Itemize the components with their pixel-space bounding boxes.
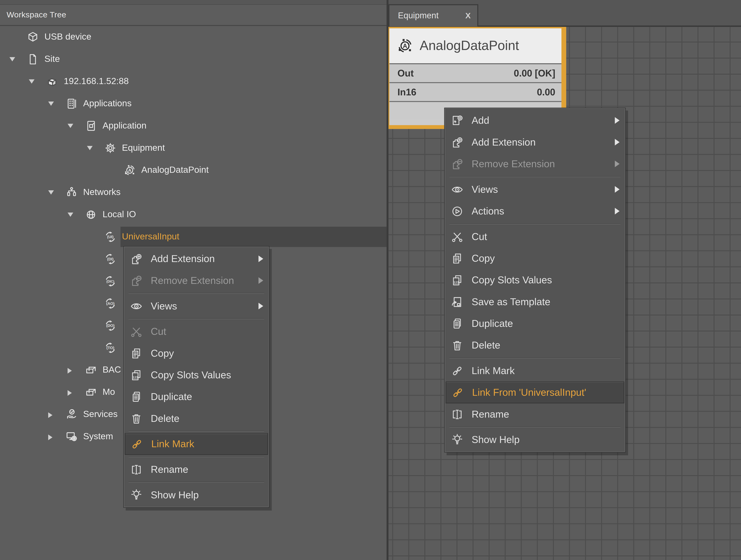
tree-item-applications[interactable]: Applications xyxy=(0,93,387,115)
menu-separator xyxy=(129,431,264,432)
menu-item-link-from-universalinput[interactable]: Link From 'UniversalInput' xyxy=(446,382,624,403)
menu-item-link-mark[interactable]: Link Mark xyxy=(445,360,625,382)
collapse-arrow-icon[interactable] xyxy=(9,57,15,62)
expand-arrow-icon[interactable] xyxy=(68,390,72,396)
menu-item-copy[interactable]: Copy xyxy=(124,342,269,364)
menu-separator xyxy=(129,318,264,319)
menu-separator xyxy=(129,482,264,483)
menu-item-show-help[interactable]: Show Help xyxy=(124,484,269,506)
tree-item-application[interactable]: Application xyxy=(0,115,387,137)
tree-context-menu: Add ExtensionRemove ExtensionViewsCutCop… xyxy=(123,246,269,508)
collapse-arrow-icon[interactable] xyxy=(68,213,73,217)
tab-strip: Equipment X xyxy=(388,0,741,27)
tree-item-equipment[interactable]: Equipment xyxy=(0,137,387,159)
menu-item-remove-extension[interactable]: Remove Extension xyxy=(124,270,269,291)
canvas-context-menu: AddAdd ExtensionRemove ExtensionViewsAct… xyxy=(444,107,625,453)
bulb-icon xyxy=(130,488,143,501)
menu-item-label: Add Extension xyxy=(472,137,536,148)
menu-item-label: Copy Slots Values xyxy=(151,369,231,381)
menu-item-add-extension[interactable]: Add Extension xyxy=(124,248,269,270)
rename-icon xyxy=(451,408,464,420)
svg-text:(UI): (UI) xyxy=(107,235,114,239)
system-icon xyxy=(65,430,78,443)
menu-item-duplicate[interactable]: Duplicate xyxy=(124,386,269,408)
expand-arrow-icon[interactable] xyxy=(68,368,72,374)
menu-item-label: Show Help xyxy=(151,489,199,500)
tree-item-local-io[interactable]: Local IO xyxy=(0,204,387,226)
tab-equipment[interactable]: Equipment X xyxy=(388,4,478,26)
menu-item-views[interactable]: Views xyxy=(124,295,269,317)
expand-arrow-icon[interactable] xyxy=(48,434,53,440)
svg-text:A: A xyxy=(403,43,407,49)
submenu-arrow-icon xyxy=(615,139,620,146)
menu-item-cut[interactable]: Cut xyxy=(124,321,269,342)
tree-item-label: System xyxy=(83,431,113,442)
document-icon xyxy=(26,53,39,66)
duplicate-icon xyxy=(130,390,143,403)
menu-item-delete[interactable]: Delete xyxy=(445,334,625,356)
block-title: AnalogDataPoint xyxy=(420,38,519,54)
tree-item-usb-device[interactable]: USB device xyxy=(0,26,387,48)
menu-item-label: Copy Slots Values xyxy=(472,274,552,286)
eye-icon xyxy=(451,183,464,196)
menu-item-show-help[interactable]: Show Help xyxy=(445,429,625,451)
stack-icon xyxy=(85,364,97,377)
duplicate-icon xyxy=(451,317,464,330)
menu-item-link-mark[interactable]: Link Mark xyxy=(125,433,268,455)
menu-item-remove-extension[interactable]: Remove Extension xyxy=(445,153,625,175)
menu-item-label: Save as Template xyxy=(472,296,550,307)
menu-item-copy-slots-values[interactable]: 123Copy Slots Values xyxy=(124,364,269,386)
puzzle-minus-icon xyxy=(451,158,464,170)
menu-item-add-extension[interactable]: Add Extension xyxy=(445,131,625,153)
block-header[interactable]: A AnalogDataPoint xyxy=(390,28,561,64)
tree-item-site[interactable]: Site xyxy=(0,48,387,70)
tree-item-192-168-1-52-88[interactable]: 192.168.1.52:88 xyxy=(0,70,387,93)
submenu-arrow-icon xyxy=(259,255,263,262)
menu-item-rename[interactable]: Rename xyxy=(124,459,269,480)
block-slots: Out0.00 [OK]In160.00 xyxy=(390,64,561,102)
slot-value: 0.00 xyxy=(537,87,555,98)
trash-icon xyxy=(451,339,464,352)
menu-item-label: Copy xyxy=(472,253,495,264)
submenu-arrow-icon xyxy=(259,303,263,309)
collapse-arrow-icon[interactable] xyxy=(87,146,93,150)
collapse-arrow-icon[interactable] xyxy=(48,190,54,194)
page-plus-icon xyxy=(451,114,464,127)
menu-item-label: Link From 'UniversalInput' xyxy=(472,387,586,398)
menu-item-views[interactable]: Views xyxy=(445,178,625,200)
stack-icon xyxy=(85,386,97,399)
menu-item-label: Duplicate xyxy=(472,318,513,329)
slot-row-in16[interactable]: In160.00 xyxy=(390,83,561,102)
tab-label: Equipment xyxy=(398,11,439,21)
menu-item-cut[interactable]: Cut xyxy=(445,226,625,247)
slot-row-out[interactable]: Out0.00 [OK] xyxy=(390,64,561,83)
tree-item-analogdatapoint[interactable]: AAnalogDataPoint xyxy=(0,159,387,181)
io-pill-icon: (DIC) xyxy=(104,275,117,288)
menu-item-delete[interactable]: Delete xyxy=(124,408,269,429)
menu-item-label: Remove Extension xyxy=(472,158,555,169)
menu-item-actions[interactable]: Actions xyxy=(445,200,625,222)
puzzle-plus-icon xyxy=(451,136,464,149)
menu-item-copy-slots-values[interactable]: 123Copy Slots Values xyxy=(445,269,625,291)
tree-item-label: BAC xyxy=(103,365,121,375)
copy-icon xyxy=(451,252,464,265)
menu-item-copy[interactable]: Copy xyxy=(445,247,625,269)
close-icon[interactable]: X xyxy=(465,11,471,20)
collapse-arrow-icon[interactable] xyxy=(68,124,73,128)
collapse-arrow-icon[interactable] xyxy=(29,79,35,84)
tree-item-universalinput[interactable]: (UI)UniversalInput xyxy=(0,226,387,248)
menu-item-add[interactable]: Add xyxy=(445,110,625,131)
tree-item-label: USB device xyxy=(45,32,91,42)
tree-item-label: Applications xyxy=(83,98,132,108)
tree-item-networks[interactable]: Networks xyxy=(0,181,387,204)
menu-item-duplicate[interactable]: Duplicate xyxy=(445,313,625,334)
tree-item-label: Site xyxy=(45,54,60,64)
menu-item-rename[interactable]: Rename xyxy=(445,403,625,425)
copy-values-icon: 123 xyxy=(130,369,143,382)
io-pill-icon: (DI) xyxy=(104,253,117,265)
collapse-arrow-icon[interactable] xyxy=(48,101,54,106)
svg-text:123: 123 xyxy=(454,281,459,284)
panel-divider[interactable] xyxy=(387,0,388,560)
expand-arrow-icon[interactable] xyxy=(48,412,53,418)
menu-item-save-as-template[interactable]: Save as Template xyxy=(445,291,625,313)
